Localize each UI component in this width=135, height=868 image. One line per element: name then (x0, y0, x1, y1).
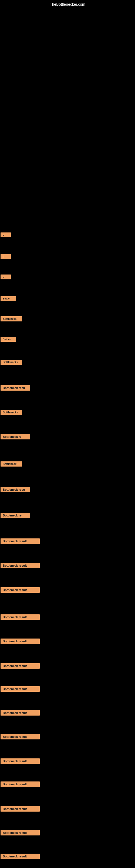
bottleneck-item-27: Bottleneck result (1, 854, 40, 859)
bottleneck-label-21[interactable]: Bottleneck result (1, 710, 40, 716)
bottleneck-item-24: Bottleneck result (1, 781, 40, 787)
bottleneck-item-3: B (1, 274, 11, 279)
bottleneck-label-10[interactable]: Bottleneck re (1, 434, 30, 439)
bottleneck-item-11: Bottleneck (1, 461, 22, 467)
bottleneck-label-27[interactable]: Bottleneck result (1, 854, 40, 859)
bottleneck-label-8[interactable]: Bottleneck resu (1, 385, 30, 391)
bottleneck-item-6: Bottlen (1, 336, 16, 342)
bottleneck-item-15: Bottleneck result (1, 563, 40, 568)
bottleneck-label-7[interactable]: Bottleneck r (1, 360, 22, 365)
bottleneck-item-18: Bottleneck result (1, 639, 40, 644)
bottleneck-item-1: B (1, 232, 11, 237)
bottleneck-label-1[interactable]: B (1, 232, 11, 237)
bottleneck-item-17: Bottleneck result (1, 614, 40, 620)
bottleneck-label-23[interactable]: Bottleneck result (1, 758, 40, 764)
bottleneck-label-18[interactable]: Bottleneck result (1, 639, 40, 644)
bottleneck-item-8: Bottleneck resu (1, 385, 30, 391)
bottleneck-item-25: Bottleneck result (1, 806, 40, 812)
bottleneck-label-25[interactable]: Bottleneck result (1, 806, 40, 812)
bottleneck-item-26: Bottleneck result (1, 830, 40, 835)
bottleneck-label-19[interactable]: Bottleneck result (1, 663, 40, 669)
bottleneck-item-16: Bottleneck result (1, 587, 40, 593)
bottleneck-item-13: Bottleneck re (1, 513, 30, 518)
bottleneck-item-7: Bottleneck r (1, 360, 22, 365)
bottleneck-label-15[interactable]: Bottleneck result (1, 563, 40, 568)
bottleneck-item-4: Bottle (1, 296, 16, 301)
bottleneck-label-20[interactable]: Bottleneck result (1, 686, 40, 692)
bottleneck-label-11[interactable]: Bottleneck (1, 461, 22, 467)
bottleneck-item-23: Bottleneck result (1, 758, 40, 764)
bottleneck-item-20: Bottleneck result (1, 686, 40, 692)
bottleneck-label-2[interactable]: | (1, 254, 11, 259)
bottleneck-label-4[interactable]: Bottle (1, 296, 16, 301)
bottleneck-item-22: Bottleneck result (1, 734, 40, 739)
bottleneck-label-3[interactable]: B (1, 275, 11, 279)
bottleneck-item-9: Bottleneck r (1, 410, 22, 415)
bottleneck-item-2: | (1, 254, 11, 259)
bottleneck-label-5[interactable]: Bottleneck (1, 316, 22, 321)
site-title: TheBottlenecker.com (50, 2, 85, 6)
bottleneck-item-12: Bottleneck resu (1, 487, 30, 492)
bottleneck-item-14: Bottleneck result (1, 538, 40, 544)
bottleneck-label-14[interactable]: Bottleneck result (1, 538, 40, 544)
bottleneck-label-17[interactable]: Bottleneck result (1, 614, 40, 620)
bottleneck-label-24[interactable]: Bottleneck result (1, 781, 40, 787)
bottleneck-label-22[interactable]: Bottleneck result (1, 734, 40, 739)
bottleneck-label-9[interactable]: Bottleneck r (1, 410, 22, 415)
bottleneck-label-26[interactable]: Bottleneck result (1, 830, 40, 835)
bottleneck-label-16[interactable]: Bottleneck result (1, 587, 40, 593)
bottleneck-item-10: Bottleneck re (1, 434, 30, 439)
bottleneck-item-21: Bottleneck result (1, 710, 40, 716)
bottleneck-label-13[interactable]: Bottleneck re (1, 513, 30, 518)
bottleneck-item-19: Bottleneck result (1, 663, 40, 669)
bottleneck-item-5: Bottleneck (1, 316, 22, 321)
bottleneck-label-12[interactable]: Bottleneck resu (1, 487, 30, 492)
bottleneck-label-6[interactable]: Bottlen (1, 337, 16, 342)
